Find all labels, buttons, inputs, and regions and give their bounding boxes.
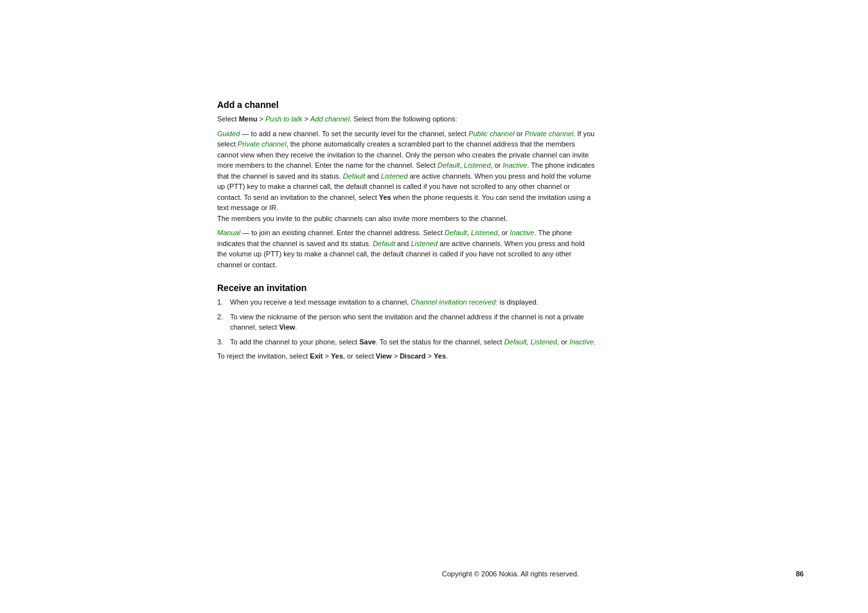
section-receive-invitation: Receive an invitation 1. When you receiv…	[217, 283, 596, 362]
reject-paragraph: To reject the invitation, select Exit > …	[217, 351, 596, 362]
view-bold1: View	[279, 323, 295, 331]
list-item-2: 2. To view the nickname of the person wh…	[217, 312, 596, 333]
save-bold: Save	[359, 338, 376, 346]
default-link2: Default	[343, 172, 366, 180]
default-link5: Default	[504, 338, 527, 346]
section-title-receive: Receive an invitation	[217, 283, 596, 293]
inactive-link3: Inactive	[569, 338, 594, 346]
intro-paragraph: Select Menu > Push to talk > Add channel…	[217, 114, 596, 125]
default-link1: Default	[438, 161, 460, 169]
list-num-3: 3.	[217, 337, 230, 348]
inactive-link2: Inactive	[510, 229, 535, 236]
view-bold2: View	[376, 352, 392, 360]
manual-paragraph: Manual — to join an existing channel. En…	[217, 227, 596, 270]
add-channel-link: Add channel	[310, 115, 350, 123]
push-to-talk-link: Push to talk	[265, 115, 302, 123]
guided-paragraph: Guided — to add a new channel. To set th…	[217, 129, 596, 224]
inactive-link1: Inactive	[503, 161, 527, 169]
section-title-add-channel: Add a channel	[217, 100, 596, 110]
list-content-3: To add the channel to your phone, select…	[230, 337, 596, 348]
private-channel-link1: Private channel	[525, 130, 574, 138]
page: Add a channel Select Menu > Push to talk…	[0, 0, 868, 613]
list-item-3: 3. To add the channel to your phone, sel…	[217, 337, 596, 348]
exit-bold: Exit	[310, 352, 323, 360]
channel-invitation-link: Channel invitation received:	[411, 298, 497, 306]
guided-label: Guided	[217, 130, 240, 138]
list-num-2: 2.	[217, 312, 230, 333]
yes-bold2: Yes	[331, 352, 343, 360]
yes-bold1: Yes	[379, 193, 391, 201]
default-link4: Default	[373, 240, 395, 247]
listened-link1: Listened	[464, 161, 491, 169]
listened-link3: Listened	[471, 229, 498, 236]
listened-link4: Listened	[411, 240, 438, 247]
listened-link2: Listened	[381, 172, 408, 180]
footer: Copyright © 2006 Nokia. All rights reser…	[217, 570, 804, 578]
discard-bold: Discard	[400, 352, 425, 360]
footer-copyright: Copyright © 2006 Nokia. All rights reser…	[442, 570, 580, 578]
listened-link5: Listened	[531, 338, 558, 346]
manual-label: Manual	[217, 229, 240, 236]
list-num-1: 1.	[217, 297, 230, 308]
list-item-1: 1. When you receive a text message invit…	[217, 297, 596, 308]
public-channel-link: Public channel	[468, 130, 515, 138]
section-add-channel: Add a channel Select Menu > Push to talk…	[217, 100, 596, 270]
yes-bold3: Yes	[434, 352, 446, 360]
list-content-1: When you receive a text message invitati…	[230, 297, 596, 308]
list-content-2: To view the nickname of the person who s…	[230, 312, 596, 333]
menu-bold: Menu	[239, 115, 258, 123]
content-area: Add a channel Select Menu > Push to talk…	[217, 100, 596, 366]
default-link3: Default	[445, 229, 467, 236]
footer-page-number: 86	[796, 570, 804, 578]
private-channel-link2: Private channel	[238, 140, 287, 148]
